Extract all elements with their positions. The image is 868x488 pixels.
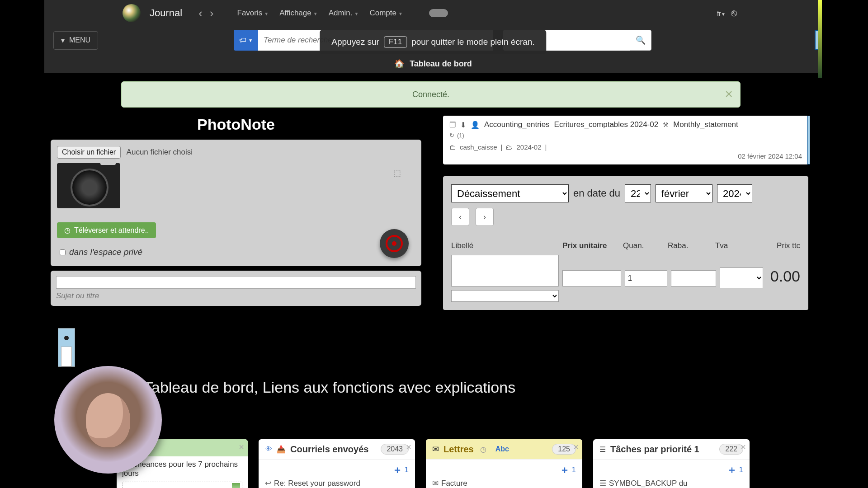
tasks-row[interactable]: SYMBOL_BACKUP du <box>609 479 688 488</box>
eye-icon: 👁 <box>265 445 272 453</box>
menu-compte[interactable]: Compte▼ <box>366 6 406 20</box>
record-button[interactable] <box>380 229 409 258</box>
subject-box: Sujet ou titre <box>51 271 421 306</box>
quan-input[interactable] <box>625 270 667 286</box>
fullscreen-exit-toast: Appuyez sur F11 pour quitter le mode ple… <box>320 30 546 54</box>
letters-card[interactable]: × ✉ Lettres ◷ Abc 125 ＋ 1 ✉Facture <box>426 439 582 488</box>
letters-row[interactable]: Facture <box>441 479 467 488</box>
tasks-add[interactable]: ＋ 1 <box>727 463 743 477</box>
app-brand[interactable]: Journal <box>150 7 182 19</box>
subject-placeholder: Sujet ou titre <box>56 291 416 300</box>
tools-icon[interactable]: ⚒ <box>663 121 669 128</box>
pager-prev[interactable]: ‹ <box>451 208 469 226</box>
tva-select[interactable] <box>720 267 763 288</box>
reply-icon: ↩ <box>265 479 271 488</box>
menu-button[interactable]: ▾ MENU <box>53 31 98 50</box>
libelle-select[interactable] <box>451 290 559 302</box>
toggle-pill[interactable] <box>429 9 448 17</box>
card-scroll-handle[interactable] <box>807 116 810 164</box>
search-button[interactable]: 🔍 <box>630 30 651 51</box>
folder-a[interactable]: cash_caisse <box>460 143 497 151</box>
entry-form-card: Décaissement en date du 22 février 2024 … <box>443 176 808 310</box>
info-title-a: Accounting_entries <box>484 120 550 129</box>
iteration-icon: ↻ <box>449 132 454 139</box>
toast-key: F11 <box>384 36 407 48</box>
th-tva: Tva <box>715 239 757 252</box>
search-filter-button[interactable]: 🏷▼ <box>234 30 258 51</box>
nav-next[interactable]: › <box>207 6 217 20</box>
language-selector[interactable]: fr▼ <box>717 9 726 17</box>
choose-file-button[interactable]: Choisir un fichier <box>57 146 121 159</box>
person-icon: 👤 <box>471 121 480 129</box>
mails-row[interactable]: Re: Reset your password <box>274 479 360 488</box>
photonote-title: PhotoNote <box>51 116 421 133</box>
mails-close[interactable]: × <box>406 442 411 452</box>
chevron-down-icon: ▾ <box>61 36 65 45</box>
mouse-cursor: ⬚ <box>393 168 401 178</box>
slider-widget[interactable] <box>58 328 75 367</box>
alert-text: Connecté. <box>412 90 449 99</box>
upload-label: Téléverser et attendre.. <box>74 226 149 235</box>
presenter-avatar <box>54 366 162 474</box>
libelle-textarea[interactable] <box>451 255 559 286</box>
right-scroll-indicator <box>818 0 822 78</box>
schedule-close[interactable]: × <box>239 442 244 452</box>
date-month-select[interactable]: février <box>656 184 712 202</box>
th-quan: Quan. <box>623 239 664 252</box>
slider-track[interactable] <box>61 347 72 366</box>
tasks-card[interactable]: × ☰ Tâches par priorité 1 222 ＋ 1 ☰SYMBO… <box>593 439 750 488</box>
private-label: dans l'espace privé <box>69 247 142 257</box>
breadcrumb-label[interactable]: Tableau de bord <box>410 59 472 69</box>
clock-icon: ◷ <box>64 226 71 235</box>
dashboard-cards-row: × 4 Echeances pour les 7 prochains jours… <box>117 439 750 488</box>
menu-admin[interactable]: Admin.▼ <box>325 6 363 20</box>
breadcrumb-row: 🏠 Tableau de bord <box>44 54 822 73</box>
pager-next[interactable]: › <box>476 208 494 226</box>
letters-close[interactable]: × <box>573 442 579 452</box>
envelope-icon: ✉ <box>432 444 439 454</box>
subject-input[interactable] <box>56 276 416 289</box>
info-title-b: Ecritures_comptables 2024-02 <box>554 120 659 129</box>
entry-info-card[interactable]: ❐ ⬇ 👤 Accounting_entries Ecritures_compt… <box>443 116 808 164</box>
no-file-label: Aucun fichier choisi <box>127 148 193 156</box>
tasks-close[interactable]: × <box>741 442 746 452</box>
alert-close-button[interactable]: × <box>725 86 733 102</box>
letters-count: 125 <box>552 444 576 455</box>
iter-count: (1) <box>457 132 464 139</box>
download-icon[interactable]: ⬇ <box>460 121 466 129</box>
search-icon: 🔍 <box>636 35 646 45</box>
home-icon[interactable]: 🏠 <box>394 59 404 69</box>
prix-input[interactable] <box>562 270 621 286</box>
entry-type-select[interactable]: Décaissement <box>451 184 569 202</box>
raba-input[interactable] <box>671 270 716 286</box>
copy-icon[interactable]: ❐ <box>449 121 456 129</box>
mails-count: 2043 <box>381 444 409 455</box>
list-icon: ☰ <box>599 445 606 454</box>
letters-add[interactable]: ＋ 1 <box>560 463 576 477</box>
total-display: 0.00 <box>770 267 800 285</box>
schedule-item-slot[interactable] <box>122 482 242 488</box>
th-libelle: Libellé <box>451 239 559 252</box>
date-year-select[interactable]: 2024 <box>717 184 752 202</box>
photonote-drop-area[interactable]: Choisir un fichier Aucun fichier choisi … <box>51 140 421 266</box>
mails-add[interactable]: ＋ 1 <box>392 463 409 477</box>
mails-card[interactable]: × 👁 📥 Courriels envoyés 2043 ＋ 1 ↩Re: Re… <box>259 439 415 488</box>
date-label: en date du <box>573 188 620 199</box>
clock-icon: ◷ <box>480 445 486 454</box>
nav-prev[interactable]: ‹ <box>196 6 205 20</box>
date-day-select[interactable]: 22 <box>625 184 651 202</box>
private-checkbox[interactable] <box>60 249 66 255</box>
th-prixttc: Prix ttc <box>761 239 800 252</box>
tasks-title: Tâches par priorité 1 <box>610 444 699 455</box>
menu-affichage[interactable]: Affichage▼ <box>276 6 321 20</box>
camera-icon <box>57 163 120 208</box>
letters-title[interactable]: Lettres <box>443 444 474 454</box>
folder-b[interactable]: 2024-02 <box>516 143 541 151</box>
upload-button[interactable]: ◷ Téléverser et attendre.. <box>57 222 156 238</box>
connected-alert: Connecté. × <box>121 81 741 108</box>
app-logo <box>123 4 141 22</box>
letters-abc[interactable]: Abc <box>495 445 509 453</box>
menu-favoris[interactable]: Favoris▼ <box>234 6 273 20</box>
folder-open-icon: 🗁 <box>506 143 513 151</box>
logout-icon[interactable]: ⎋ <box>731 7 737 19</box>
